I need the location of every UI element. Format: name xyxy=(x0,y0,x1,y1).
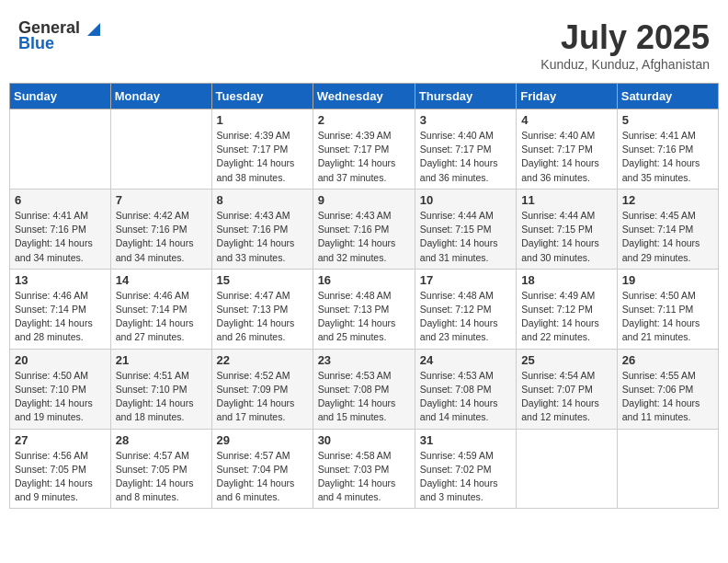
calendar-table: SundayMondayTuesdayWednesdayThursdayFrid… xyxy=(9,83,719,509)
day-number: 5 xyxy=(622,113,713,127)
calendar-cell: 2Sunrise: 4:39 AM Sunset: 7:17 PM Daylig… xyxy=(313,109,415,190)
weekday-header-saturday: Saturday xyxy=(617,84,718,109)
calendar-cell: 29Sunrise: 4:57 AM Sunset: 7:04 PM Dayli… xyxy=(211,429,313,509)
calendar-cell: 27Sunrise: 4:56 AM Sunset: 7:05 PM Dayli… xyxy=(10,429,111,509)
day-number: 15 xyxy=(217,273,308,287)
day-info: Sunrise: 4:54 AM Sunset: 7:07 PM Dayligh… xyxy=(521,369,612,425)
calendar-cell: 6Sunrise: 4:41 AM Sunset: 7:16 PM Daylig… xyxy=(10,189,111,269)
day-number: 2 xyxy=(318,113,410,127)
day-number: 14 xyxy=(116,273,207,287)
day-info: Sunrise: 4:59 AM Sunset: 7:02 PM Dayligh… xyxy=(420,449,511,505)
calendar-cell: 15Sunrise: 4:47 AM Sunset: 7:13 PM Dayli… xyxy=(211,269,313,349)
day-number: 17 xyxy=(420,273,511,287)
calendar-cell: 1Sunrise: 4:39 AM Sunset: 7:17 PM Daylig… xyxy=(211,109,313,190)
day-number: 22 xyxy=(217,353,308,367)
day-number: 6 xyxy=(15,193,106,207)
location-subtitle: Kunduz, Kunduz, Afghanistan xyxy=(540,57,710,72)
day-info: Sunrise: 4:39 AM Sunset: 7:17 PM Dayligh… xyxy=(217,129,308,185)
month-title: July 2025 xyxy=(540,18,710,57)
weekday-header-sunday: Sunday xyxy=(10,84,111,109)
day-number: 26 xyxy=(622,353,713,367)
day-info: Sunrise: 4:50 AM Sunset: 7:10 PM Dayligh… xyxy=(15,369,106,425)
calendar-cell: 9Sunrise: 4:43 AM Sunset: 7:16 PM Daylig… xyxy=(313,189,415,269)
calendar-cell xyxy=(110,109,211,190)
logo-triangle-icon xyxy=(82,19,100,38)
day-info: Sunrise: 4:52 AM Sunset: 7:09 PM Dayligh… xyxy=(217,369,308,425)
day-number: 16 xyxy=(318,273,410,287)
calendar-cell: 20Sunrise: 4:50 AM Sunset: 7:10 PM Dayli… xyxy=(10,349,111,429)
weekday-header-thursday: Thursday xyxy=(415,84,516,109)
day-number: 19 xyxy=(622,273,713,287)
title-area: July 2025 Kunduz, Kunduz, Afghanistan xyxy=(540,18,710,72)
calendar-cell: 19Sunrise: 4:50 AM Sunset: 7:11 PM Dayli… xyxy=(617,269,718,349)
calendar-cell: 28Sunrise: 4:57 AM Sunset: 7:05 PM Dayli… xyxy=(110,429,211,509)
day-info: Sunrise: 4:41 AM Sunset: 7:16 PM Dayligh… xyxy=(15,209,106,265)
day-number: 28 xyxy=(116,433,207,447)
day-number: 13 xyxy=(15,273,106,287)
day-info: Sunrise: 4:48 AM Sunset: 7:13 PM Dayligh… xyxy=(318,289,410,345)
day-info: Sunrise: 4:51 AM Sunset: 7:10 PM Dayligh… xyxy=(116,369,207,425)
day-info: Sunrise: 4:42 AM Sunset: 7:16 PM Dayligh… xyxy=(116,209,207,265)
day-number: 4 xyxy=(521,113,612,127)
day-number: 8 xyxy=(217,193,308,207)
day-info: Sunrise: 4:53 AM Sunset: 7:08 PM Dayligh… xyxy=(420,369,511,425)
calendar-cell xyxy=(517,429,618,509)
day-info: Sunrise: 4:41 AM Sunset: 7:16 PM Dayligh… xyxy=(622,129,713,185)
day-number: 31 xyxy=(420,433,511,447)
day-info: Sunrise: 4:53 AM Sunset: 7:08 PM Dayligh… xyxy=(318,369,410,425)
logo-blue-text: Blue xyxy=(18,34,54,53)
day-number: 11 xyxy=(521,193,612,207)
day-number: 27 xyxy=(15,433,106,447)
calendar-cell: 22Sunrise: 4:52 AM Sunset: 7:09 PM Dayli… xyxy=(211,349,313,429)
day-info: Sunrise: 4:56 AM Sunset: 7:05 PM Dayligh… xyxy=(15,449,106,505)
calendar-cell xyxy=(10,109,111,190)
day-info: Sunrise: 4:57 AM Sunset: 7:04 PM Dayligh… xyxy=(217,449,308,505)
calendar-cell: 3Sunrise: 4:40 AM Sunset: 7:17 PM Daylig… xyxy=(415,109,516,190)
week-row-3: 13Sunrise: 4:46 AM Sunset: 7:14 PM Dayli… xyxy=(10,269,719,349)
logo: General Blue xyxy=(18,18,100,53)
day-number: 10 xyxy=(420,193,511,207)
day-info: Sunrise: 4:44 AM Sunset: 7:15 PM Dayligh… xyxy=(521,209,612,265)
day-info: Sunrise: 4:39 AM Sunset: 7:17 PM Dayligh… xyxy=(318,129,410,185)
day-info: Sunrise: 4:48 AM Sunset: 7:12 PM Dayligh… xyxy=(420,289,511,345)
day-info: Sunrise: 4:55 AM Sunset: 7:06 PM Dayligh… xyxy=(622,369,713,425)
calendar-cell: 25Sunrise: 4:54 AM Sunset: 7:07 PM Dayli… xyxy=(517,349,618,429)
day-number: 21 xyxy=(116,353,207,367)
day-info: Sunrise: 4:40 AM Sunset: 7:17 PM Dayligh… xyxy=(420,129,511,185)
calendar-cell: 24Sunrise: 4:53 AM Sunset: 7:08 PM Dayli… xyxy=(415,349,516,429)
day-number: 12 xyxy=(622,193,713,207)
day-info: Sunrise: 4:44 AM Sunset: 7:15 PM Dayligh… xyxy=(420,209,511,265)
day-info: Sunrise: 4:49 AM Sunset: 7:12 PM Dayligh… xyxy=(521,289,612,345)
day-info: Sunrise: 4:40 AM Sunset: 7:17 PM Dayligh… xyxy=(521,129,612,185)
week-row-4: 20Sunrise: 4:50 AM Sunset: 7:10 PM Dayli… xyxy=(10,349,719,429)
day-number: 20 xyxy=(15,353,106,367)
day-info: Sunrise: 4:57 AM Sunset: 7:05 PM Dayligh… xyxy=(116,449,207,505)
day-number: 23 xyxy=(318,353,410,367)
day-info: Sunrise: 4:58 AM Sunset: 7:03 PM Dayligh… xyxy=(318,449,410,505)
weekday-header-tuesday: Tuesday xyxy=(211,84,313,109)
day-number: 9 xyxy=(318,193,410,207)
week-row-2: 6Sunrise: 4:41 AM Sunset: 7:16 PM Daylig… xyxy=(10,189,719,269)
calendar-cell: 8Sunrise: 4:43 AM Sunset: 7:16 PM Daylig… xyxy=(211,189,313,269)
day-info: Sunrise: 4:45 AM Sunset: 7:14 PM Dayligh… xyxy=(622,209,713,265)
day-info: Sunrise: 4:43 AM Sunset: 7:16 PM Dayligh… xyxy=(318,209,410,265)
calendar-cell: 30Sunrise: 4:58 AM Sunset: 7:03 PM Dayli… xyxy=(313,429,415,509)
day-info: Sunrise: 4:43 AM Sunset: 7:16 PM Dayligh… xyxy=(217,209,308,265)
day-info: Sunrise: 4:46 AM Sunset: 7:14 PM Dayligh… xyxy=(15,289,106,345)
calendar-cell: 16Sunrise: 4:48 AM Sunset: 7:13 PM Dayli… xyxy=(313,269,415,349)
day-number: 18 xyxy=(521,273,612,287)
day-number: 30 xyxy=(318,433,410,447)
calendar-cell: 10Sunrise: 4:44 AM Sunset: 7:15 PM Dayli… xyxy=(415,189,516,269)
calendar-cell xyxy=(617,429,718,509)
day-number: 25 xyxy=(521,353,612,367)
calendar-cell: 31Sunrise: 4:59 AM Sunset: 7:02 PM Dayli… xyxy=(415,429,516,509)
day-info: Sunrise: 4:47 AM Sunset: 7:13 PM Dayligh… xyxy=(217,289,308,345)
calendar-cell: 17Sunrise: 4:48 AM Sunset: 7:12 PM Dayli… xyxy=(415,269,516,349)
calendar-cell: 14Sunrise: 4:46 AM Sunset: 7:14 PM Dayli… xyxy=(110,269,211,349)
page-header: General Blue July 2025 Kunduz, Kunduz, A… xyxy=(9,9,719,77)
day-number: 1 xyxy=(217,113,308,127)
week-row-1: 1Sunrise: 4:39 AM Sunset: 7:17 PM Daylig… xyxy=(10,109,719,190)
calendar-cell: 7Sunrise: 4:42 AM Sunset: 7:16 PM Daylig… xyxy=(110,189,211,269)
calendar-cell: 21Sunrise: 4:51 AM Sunset: 7:10 PM Dayli… xyxy=(110,349,211,429)
calendar-cell: 11Sunrise: 4:44 AM Sunset: 7:15 PM Dayli… xyxy=(517,189,618,269)
